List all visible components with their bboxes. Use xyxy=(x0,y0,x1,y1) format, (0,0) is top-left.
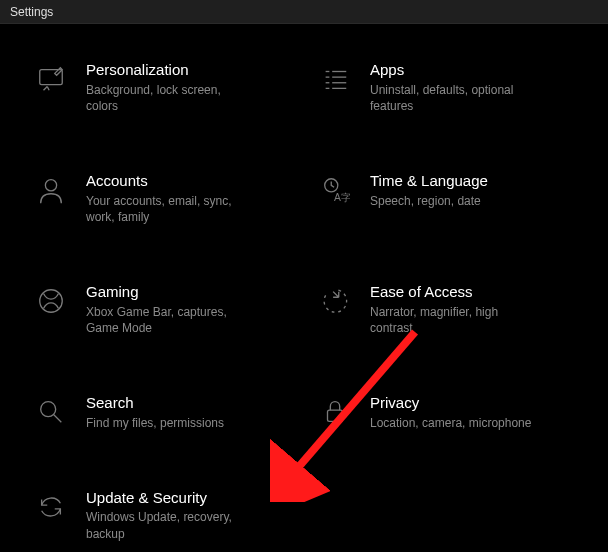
item-text: Time & Language Speech, region, date xyxy=(370,171,574,209)
time-language-icon: A字 xyxy=(318,173,352,207)
item-text: Apps Uninstall, defaults, optional featu… xyxy=(370,60,574,115)
update-security-icon xyxy=(34,490,68,524)
settings-grid: Personalization Background, lock screen,… xyxy=(0,24,608,552)
item-text: Accounts Your accounts, email, sync, wor… xyxy=(86,171,290,226)
privacy-icon xyxy=(318,395,352,429)
settings-item-personalization[interactable]: Personalization Background, lock screen,… xyxy=(30,56,294,119)
settings-item-privacy[interactable]: Privacy Location, camera, microphone xyxy=(314,389,578,435)
item-title: Search xyxy=(86,393,290,413)
item-title: Update & Security xyxy=(86,488,290,508)
item-subtitle: Find my files, permissions xyxy=(86,415,256,432)
item-title: Personalization xyxy=(86,60,290,80)
settings-item-update-security[interactable]: Update & Security Windows Update, recove… xyxy=(30,484,294,547)
item-text: Personalization Background, lock screen,… xyxy=(86,60,290,115)
svg-point-12 xyxy=(40,290,63,313)
item-title: Gaming xyxy=(86,282,290,302)
settings-item-gaming[interactable]: Gaming Xbox Game Bar, captures, Game Mod… xyxy=(30,278,294,341)
item-title: Accounts xyxy=(86,171,290,191)
title-bar: Settings xyxy=(0,0,608,24)
item-subtitle: Uninstall, defaults, optional features xyxy=(370,82,540,116)
svg-rect-15 xyxy=(328,410,343,421)
settings-item-apps[interactable]: Apps Uninstall, defaults, optional featu… xyxy=(314,56,578,119)
item-title: Time & Language xyxy=(370,171,574,191)
item-subtitle: Background, lock screen, colors xyxy=(86,82,256,116)
item-title: Ease of Access xyxy=(370,282,574,302)
item-text: Search Find my files, permissions xyxy=(86,393,290,431)
settings-item-search[interactable]: Search Find my files, permissions xyxy=(30,389,294,435)
search-icon xyxy=(34,395,68,429)
item-title: Privacy xyxy=(370,393,574,413)
accounts-icon xyxy=(34,173,68,207)
gaming-icon xyxy=(34,284,68,318)
item-text: Gaming Xbox Game Bar, captures, Game Mod… xyxy=(86,282,290,337)
svg-point-9 xyxy=(45,180,56,191)
item-subtitle: Narrator, magnifier, high contrast xyxy=(370,304,540,338)
item-text: Privacy Location, camera, microphone xyxy=(370,393,574,431)
item-subtitle: Windows Update, recovery, backup xyxy=(86,509,256,543)
settings-item-accounts[interactable]: Accounts Your accounts, email, sync, wor… xyxy=(30,167,294,230)
item-text: Ease of Access Narrator, magnifier, high… xyxy=(370,282,574,337)
item-subtitle: Your accounts, email, sync, work, family xyxy=(86,193,256,227)
svg-point-13 xyxy=(41,402,56,417)
settings-item-time-language[interactable]: A字 Time & Language Speech, region, date xyxy=(314,167,578,230)
svg-text:A字: A字 xyxy=(334,192,350,203)
item-subtitle: Location, camera, microphone xyxy=(370,415,540,432)
item-subtitle: Speech, region, date xyxy=(370,193,540,210)
apps-icon xyxy=(318,62,352,96)
item-subtitle: Xbox Game Bar, captures, Game Mode xyxy=(86,304,256,338)
settings-item-ease-of-access[interactable]: Ease of Access Narrator, magnifier, high… xyxy=(314,278,578,341)
item-text: Update & Security Windows Update, recove… xyxy=(86,488,290,543)
window-title: Settings xyxy=(10,5,53,19)
svg-line-14 xyxy=(54,415,62,423)
item-title: Apps xyxy=(370,60,574,80)
svg-rect-0 xyxy=(40,70,63,85)
ease-of-access-icon xyxy=(318,284,352,318)
personalization-icon xyxy=(34,62,68,96)
